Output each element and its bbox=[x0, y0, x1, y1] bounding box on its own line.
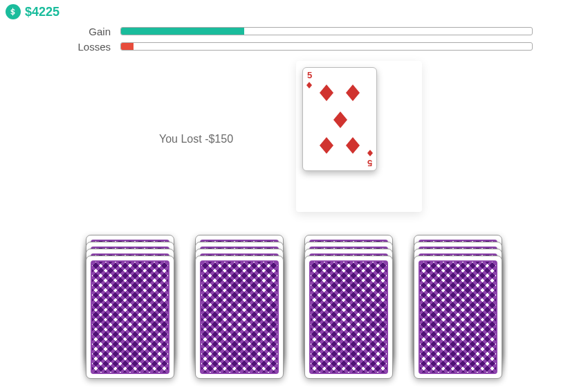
loss-meter: Losses bbox=[48, 39, 533, 54]
dollar-icon bbox=[6, 4, 21, 19]
diamond-icon bbox=[320, 134, 333, 154]
gain-meter: Gain bbox=[48, 24, 533, 39]
svg-marker-2 bbox=[346, 84, 360, 101]
balance-row: $4225 bbox=[0, 0, 588, 21]
diamond-icon bbox=[346, 84, 360, 104]
balance-amount: $4225 bbox=[25, 5, 59, 19]
deck-b[interactable] bbox=[195, 235, 284, 373]
card-back bbox=[414, 256, 502, 379]
loss-fill bbox=[121, 43, 134, 50]
deck-a[interactable] bbox=[86, 235, 174, 373]
svg-marker-1 bbox=[320, 84, 333, 101]
deck-c[interactable] bbox=[304, 235, 393, 373]
diamond-icon bbox=[346, 134, 360, 154]
loss-track bbox=[120, 42, 533, 51]
meters: Gain Losses bbox=[0, 21, 588, 54]
card-back bbox=[195, 256, 284, 379]
gain-track bbox=[120, 27, 533, 35]
drawn-card-slot: 5 5 bbox=[296, 61, 422, 212]
diamond-icon bbox=[306, 79, 312, 91]
svg-marker-3 bbox=[333, 112, 347, 128]
svg-marker-0 bbox=[306, 82, 312, 89]
drawn-card: 5 5 bbox=[302, 67, 377, 171]
svg-marker-4 bbox=[320, 137, 333, 154]
deck-d[interactable] bbox=[414, 235, 502, 373]
svg-marker-6 bbox=[367, 150, 373, 157]
gain-fill bbox=[121, 28, 244, 35]
card-rank-bottom: 5 bbox=[367, 159, 372, 168]
diamond-icon bbox=[333, 112, 347, 131]
decks-row bbox=[0, 228, 588, 373]
loss-label: Losses bbox=[48, 41, 111, 53]
diamond-icon bbox=[320, 84, 333, 104]
card-back bbox=[304, 256, 393, 379]
gain-label: Gain bbox=[48, 26, 111, 37]
card-back bbox=[86, 256, 174, 379]
play-area: You Lost -$150 5 5 bbox=[0, 58, 588, 228]
svg-marker-5 bbox=[346, 137, 360, 154]
result-text: You Lost -$150 bbox=[159, 133, 233, 145]
